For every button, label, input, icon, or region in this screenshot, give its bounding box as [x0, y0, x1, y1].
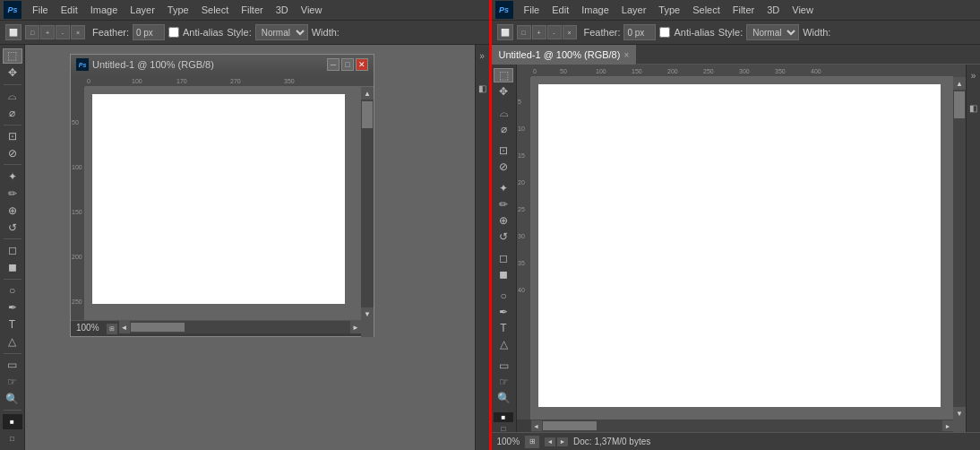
scroll-up-right[interactable]: ▲ — [953, 77, 966, 90]
scroll-thumb-hr[interactable] — [543, 421, 597, 430]
scroll-thumb-h-left[interactable] — [131, 323, 185, 332]
tool-clone-right[interactable]: ⊕ — [494, 213, 513, 228]
tool-zoom-right[interactable]: 🔍 — [494, 391, 513, 405]
menu-file-left[interactable]: File — [27, 3, 54, 17]
scroll-left-right[interactable]: ◄ — [531, 420, 542, 431]
foreground-color[interactable]: ■ — [3, 414, 22, 429]
tool-marquee-right[interactable]: ⬚ — [494, 68, 513, 82]
feather-input-left[interactable] — [133, 24, 165, 40]
menu-view-right[interactable]: View — [787, 3, 819, 17]
tool-hand[interactable]: ☞ — [3, 374, 22, 389]
scroll-thumb-vr[interactable] — [954, 91, 965, 118]
fg-color-right[interactable]: ■ — [494, 412, 513, 422]
menu-type-left[interactable]: Type — [162, 3, 194, 17]
tool-pen[interactable]: ✒ — [3, 300, 22, 316]
menu-3d-left[interactable]: 3D — [271, 3, 294, 17]
tool-move-right[interactable]: ✥ — [494, 84, 513, 99]
menu-file-right[interactable]: File — [519, 3, 546, 17]
tool-text-right[interactable]: T — [494, 321, 513, 335]
scroll-left-arrow-left[interactable]: ◄ — [119, 321, 130, 333]
tool-dodge[interactable]: ○ — [3, 283, 22, 299]
side-layers-icon-left[interactable]: ◧ — [476, 82, 488, 94]
tool-lasso-right[interactable]: ⌓ — [494, 106, 513, 120]
add-selection-btn[interactable]: + — [40, 25, 55, 39]
scrollbar-h-right[interactable]: ◄ ► — [531, 420, 954, 432]
feather-input-right[interactable] — [623, 24, 656, 40]
intersect-selection-btn[interactable]: × — [71, 25, 85, 39]
style-select-left[interactable]: Normal — [255, 24, 308, 40]
tool-eyedropper-right[interactable]: ⊘ — [494, 160, 513, 174]
int-sel-btn-right[interactable]: × — [563, 25, 577, 39]
tool-shape-right[interactable]: ▭ — [494, 359, 513, 373]
tool-wand-right[interactable]: ⌀ — [494, 122, 513, 136]
menu-image-left[interactable]: Image — [85, 3, 124, 17]
side-expand-icon-left[interactable]: » — [476, 49, 488, 62]
scroll-down-arrow-left[interactable]: ▼ — [361, 307, 374, 320]
tool-lasso[interactable]: ⌓ — [3, 89, 22, 104]
tool-hand-right[interactable]: ☞ — [494, 375, 513, 389]
tool-crop[interactable]: ⊡ — [3, 128, 22, 143]
menu-edit-right[interactable]: Edit — [546, 3, 574, 17]
sub-sel-btn-right[interactable]: - — [547, 25, 562, 39]
tool-path[interactable]: △ — [3, 334, 22, 350]
add-sel-btn-right[interactable]: + — [532, 25, 546, 39]
menu-filter-left[interactable]: Filter — [236, 3, 268, 17]
subtract-selection-btn[interactable]: - — [56, 25, 70, 39]
side-layers-icon-right[interactable]: ◧ — [967, 101, 980, 114]
tool-move[interactable]: ✥ — [3, 65, 22, 81]
background-color[interactable]: □ — [3, 431, 22, 446]
tool-dodge-right[interactable]: ○ — [494, 289, 513, 303]
tool-shape[interactable]: ▭ — [3, 357, 22, 372]
marquee-tool-rect-right[interactable]: ⬜ — [497, 24, 513, 40]
tool-clone[interactable]: ⊕ — [3, 203, 22, 218]
tool-brush[interactable]: ✏ — [3, 186, 22, 201]
status-icon-right[interactable]: ⊞ — [525, 436, 539, 448]
antialias-checkbox-left[interactable] — [168, 27, 179, 38]
scroll-thumb-v-left[interactable] — [362, 101, 373, 128]
tool-crop-right[interactable]: ⊡ — [494, 143, 513, 158]
tool-brush-right[interactable]: ✏ — [494, 197, 513, 212]
doc-minimize-btn-left[interactable]: ─ — [327, 58, 340, 71]
menu-view-left[interactable]: View — [296, 3, 328, 17]
tool-history-brush[interactable]: ↺ — [3, 220, 22, 235]
status-nav-left-right[interactable]: ◄ — [545, 437, 555, 446]
doc-tab-right[interactable]: Untitled-1 @ 100% (RGB/8) × — [492, 45, 638, 65]
tool-marquee[interactable]: ⬚ — [3, 48, 22, 64]
menu-layer-left[interactable]: Layer — [125, 3, 160, 17]
tool-eraser-right[interactable]: ◻ — [494, 251, 513, 265]
scrollbar-h-left[interactable]: ◄ ► — [119, 321, 361, 333]
tool-zoom[interactable]: 🔍 — [3, 391, 22, 406]
marquee-tool-rect[interactable]: ⬜ — [5, 24, 21, 40]
menu-select-right[interactable]: Select — [687, 3, 726, 17]
tool-gradient-right[interactable]: ◼ — [494, 267, 513, 281]
status-nav-right-right[interactable]: ► — [557, 437, 568, 446]
tool-pen-right[interactable]: ✒ — [494, 305, 513, 319]
doc-restore-btn-left[interactable]: □ — [341, 58, 354, 71]
tool-wand[interactable]: ⌀ — [3, 106, 22, 121]
scroll-right-arrow-left[interactable]: ► — [350, 321, 361, 333]
new-sel-btn-right[interactable]: □ — [517, 25, 531, 39]
tool-eyedropper[interactable]: ⊘ — [3, 145, 22, 160]
tool-hbrush-right[interactable]: ↺ — [494, 229, 513, 244]
doc-close-btn-left[interactable]: ✕ — [356, 58, 368, 71]
bg-color-right[interactable]: □ — [494, 424, 513, 432]
menu-select-left[interactable]: Select — [196, 3, 235, 17]
tool-path-right[interactable]: △ — [494, 337, 513, 351]
antialias-checkbox-right[interactable] — [659, 27, 670, 38]
scroll-up-arrow-left[interactable]: ▲ — [361, 87, 374, 100]
menu-layer-right[interactable]: Layer — [616, 3, 652, 17]
scroll-down-right[interactable]: ▼ — [953, 407, 966, 420]
side-expand-icon-right[interactable]: » — [967, 69, 980, 82]
tool-spot-heal[interactable]: ✦ — [3, 169, 22, 184]
style-select-right[interactable]: Normal — [746, 24, 799, 40]
tool-eraser[interactable]: ◻ — [3, 243, 22, 258]
scrollbar-v-right[interactable]: ▲ ▼ — [953, 77, 966, 420]
tool-heal-right[interactable]: ✦ — [494, 181, 513, 195]
menu-image-right[interactable]: Image — [576, 3, 615, 17]
tab-close-btn-right[interactable]: × — [623, 50, 629, 60]
menu-edit-left[interactable]: Edit — [56, 3, 83, 17]
menu-3d-right[interactable]: 3D — [761, 3, 785, 17]
menu-filter-right[interactable]: Filter — [727, 3, 760, 17]
menu-type-right[interactable]: Type — [653, 3, 685, 17]
tool-gradient[interactable]: ◼ — [3, 260, 22, 275]
